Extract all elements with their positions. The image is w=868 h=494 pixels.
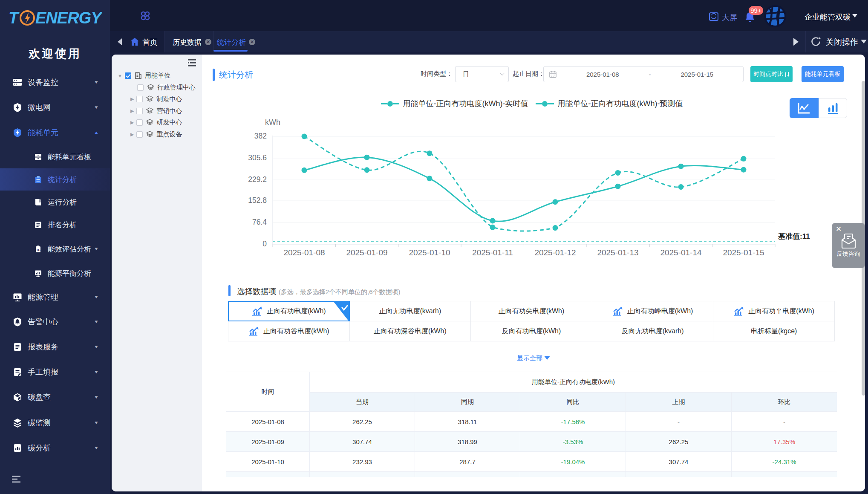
svg-text:2025-01-13: 2025-01-13 (597, 248, 638, 257)
svg-text:0: 0 (262, 240, 267, 248)
svg-text:229.2: 229.2 (248, 175, 267, 184)
svg-text:基准值:11: 基准值:11 (778, 232, 810, 240)
svg-text:kWh: kWh (265, 118, 280, 127)
svg-text:T: T (9, 9, 20, 27)
svg-text:2025-01-15: 2025-01-15 (723, 248, 764, 257)
svg-text:76.4: 76.4 (252, 218, 267, 226)
svg-text:2025-01-14: 2025-01-14 (660, 248, 702, 257)
svg-text:2025-01-10: 2025-01-10 (409, 248, 450, 257)
svg-text:2025-01-09: 2025-01-09 (346, 248, 387, 257)
svg-text:ENERGY: ENERGY (35, 9, 102, 27)
svg-text:305.6: 305.6 (248, 153, 267, 162)
svg-text:382: 382 (254, 132, 267, 140)
svg-text:B₂: B₂ (37, 248, 41, 252)
svg-text:2025-01-11: 2025-01-11 (472, 248, 513, 257)
svg-text:2025-01-08: 2025-01-08 (283, 248, 325, 257)
svg-text:2025-01-12: 2025-01-12 (534, 248, 576, 257)
svg-text:152.8: 152.8 (248, 196, 267, 205)
